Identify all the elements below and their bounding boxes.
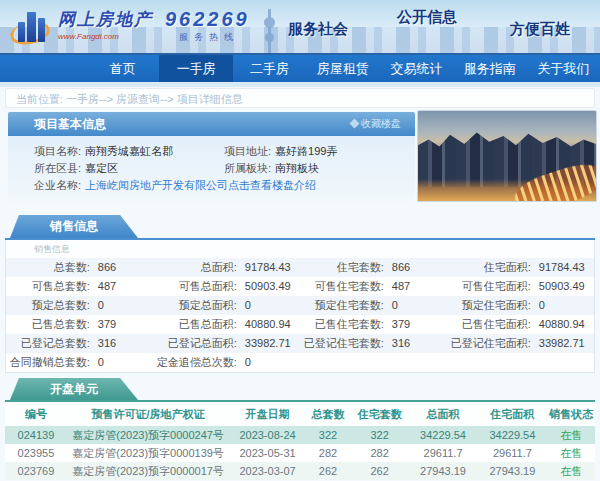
table-row[interactable]: 023955 嘉定房管(2023)预字0000139号 2023-05-31 2…	[5, 444, 595, 462]
unit-open-date: 2023-08-24	[229, 426, 306, 444]
tab-sales-info[interactable]: 销售信息	[10, 215, 138, 238]
unit-total-units: 322	[306, 426, 350, 444]
unit-license: 嘉定房管(2023)预字0000017号	[67, 462, 229, 480]
sales-field-value: 866	[98, 258, 116, 277]
sales-field-label: 预定总面积:	[153, 296, 237, 315]
sales-row: 可售总套数:487 可售总面积:50903.49 可售住宅套数:487 可售住宅…	[6, 277, 594, 296]
site-title: 网上房地产	[58, 8, 153, 31]
status-badge: 在售	[548, 444, 595, 462]
favorite-link[interactable]: 收藏楼盘	[351, 112, 401, 136]
project-address-label: 项目地址:	[224, 143, 271, 160]
sales-field-value: 0	[245, 296, 251, 315]
sales-field-label: 已售住宅面积:	[447, 315, 531, 334]
site-url: www.Fangdi.com	[58, 32, 153, 41]
sales-field-value: 40880.94	[539, 315, 585, 334]
sales-field-label: 已售总套数:	[6, 315, 90, 334]
block-value: 南翔板块	[275, 160, 319, 177]
sales-row: 已售总套数:379 已售总面积:40880.94 已售住宅套数:379 已售住宅…	[6, 315, 594, 334]
project-address-value: 嘉好路199弄	[275, 143, 337, 160]
sales-field-label: 可售总套数:	[6, 277, 90, 296]
project-basic-info-section: 项目基本信息 收藏楼盘 项目名称: 南翔秀城嘉虹名郡 项目地址: 嘉好路199弄	[0, 112, 600, 202]
sales-field-label: 总套数:	[6, 258, 90, 277]
unit-residential-area: 34229.54	[477, 426, 548, 444]
district-label: 所在区县:	[34, 160, 81, 177]
sales-watermark: 销售信息	[6, 240, 594, 258]
sales-field-label: 合同撤销总套数:	[6, 353, 90, 372]
sales-field-label: 已登记住宅套数:	[300, 334, 384, 353]
unit-residential-units: 262	[350, 462, 409, 480]
sales-field-value: 50903.49	[539, 277, 585, 296]
unit-total-units: 282	[306, 444, 350, 462]
sales-field-value: 866	[392, 258, 410, 277]
sales-panel: 销售信息 总套数:866 总面积:91784.43 住宅套数:866 住宅面积:…	[5, 240, 595, 373]
unit-residential-units: 322	[350, 426, 409, 444]
unit-total-area: 27943.19	[409, 462, 477, 480]
company-label: 企业名称:	[34, 177, 81, 194]
table-row[interactable]: 023769 嘉定房管(2023)预字0000017号 2023-03-07 2…	[5, 462, 595, 480]
nav-item-new-house[interactable]: 一手房	[159, 55, 232, 82]
unit-total-area: 29611.7	[409, 444, 477, 462]
nav-item-home[interactable]: 首页	[86, 55, 159, 82]
sales-field-label: 已登记总套数:	[6, 334, 90, 353]
project-section-title: 项目基本信息	[34, 117, 106, 131]
sales-field-value: 487	[98, 277, 116, 296]
unit-open-date: 2023-03-07	[229, 462, 306, 480]
col-header-license: 预售许可证/房地产权证	[67, 402, 229, 426]
banner-slogans: 服务社会 公开信息 方便百姓	[282, 0, 592, 55]
sales-field-value: 40880.94	[245, 315, 291, 334]
company-link[interactable]: 上海屹闻房地产开发有限公司	[85, 177, 228, 194]
sales-field-value: 316	[98, 334, 116, 353]
unit-open-date: 2023-05-31	[229, 444, 306, 462]
nav-item-statistics[interactable]: 交易统计	[380, 55, 453, 82]
favorite-icon	[350, 119, 360, 129]
unit-license: 嘉定房管(2023)预字0000139号	[67, 444, 229, 462]
view-intro-link[interactable]: 点击查看楼盘介绍	[228, 177, 316, 194]
page: 网上房地产 www.Fangdi.com 962269 服务热线 服务社会 公开…	[0, 0, 600, 481]
sales-field-value: 0	[539, 296, 545, 315]
tab-opening-units[interactable]: 开盘单元	[10, 378, 138, 400]
units-header-row: 编号 预售许可证/房地产权证 开盘日期 总套数 住宅套数 总面积 住宅面积 销售…	[5, 402, 595, 426]
unit-id: 024139	[5, 426, 67, 444]
project-name-label: 项目名称:	[34, 143, 81, 160]
unit-total-area: 34229.54	[409, 426, 477, 444]
sales-field-value: 33982.71	[245, 334, 291, 353]
sales-field-value: 0	[245, 353, 251, 372]
sales-field-label: 预定总套数:	[6, 296, 90, 315]
table-row[interactable]: 024139 嘉定房管(2023)预字0000247号 2023-08-24 3…	[5, 426, 595, 444]
nav-item-service-guide[interactable]: 服务指南	[453, 55, 526, 82]
nav-item-second-hand[interactable]: 二手房	[233, 55, 306, 82]
sales-field-label: 可售总面积:	[153, 277, 237, 296]
sales-field-value: 91784.43	[539, 258, 585, 277]
sales-field-value: 0	[392, 296, 398, 315]
project-section-header: 项目基本信息 收藏楼盘	[8, 112, 415, 136]
col-header-total-area: 总面积	[409, 402, 477, 426]
nav-item-rental[interactable]: 房屋租赁	[306, 55, 379, 82]
sales-field-label: 住宅面积:	[447, 258, 531, 277]
sales-field-value: 0	[98, 353, 104, 372]
sales-field-label: 定金追偿总次数:	[153, 353, 237, 372]
slogan-convenience: 方便百姓	[510, 20, 570, 39]
unit-id: 023769	[5, 462, 67, 480]
unit-residential-units: 282	[350, 444, 409, 462]
project-fields: 项目名称: 南翔秀城嘉虹名郡 项目地址: 嘉好路199弄 所在区县: 嘉定区 所…	[8, 136, 415, 202]
main-nav: 首页 一手房 二手房 房屋租赁 交易统计 服务指南 关于我们	[0, 55, 600, 82]
sales-field-value: 0	[98, 296, 104, 315]
col-header-sales-status: 销售状态	[548, 402, 595, 426]
block-label: 所属板块:	[224, 160, 271, 177]
unit-residential-area: 29611.7	[477, 444, 548, 462]
project-photo	[417, 110, 597, 202]
sales-field-value: 33982.71	[539, 334, 585, 353]
sales-row: 预定总套数:0 预定总面积:0 预定住宅套数:0 预定住宅面积:0	[6, 296, 594, 315]
sales-field-value: 316	[392, 334, 410, 353]
col-header-open-date: 开盘日期	[229, 402, 306, 426]
col-header-id: 编号	[5, 402, 67, 426]
project-name-value: 南翔秀城嘉虹名郡	[85, 143, 173, 160]
status-badge: 在售	[548, 426, 595, 444]
nav-item-about-us[interactable]: 关于我们	[527, 55, 600, 82]
sales-field-label: 已登记住宅面积:	[447, 334, 531, 353]
site-logo[interactable]: 网上房地产 www.Fangdi.com 962269 服务热线	[10, 8, 250, 48]
sales-field-label: 可售住宅套数:	[300, 277, 384, 296]
unit-license: 嘉定房管(2023)预字0000247号	[67, 426, 229, 444]
sales-field-label: 预定住宅面积:	[447, 296, 531, 315]
sales-field-label: 已售总面积:	[153, 315, 237, 334]
